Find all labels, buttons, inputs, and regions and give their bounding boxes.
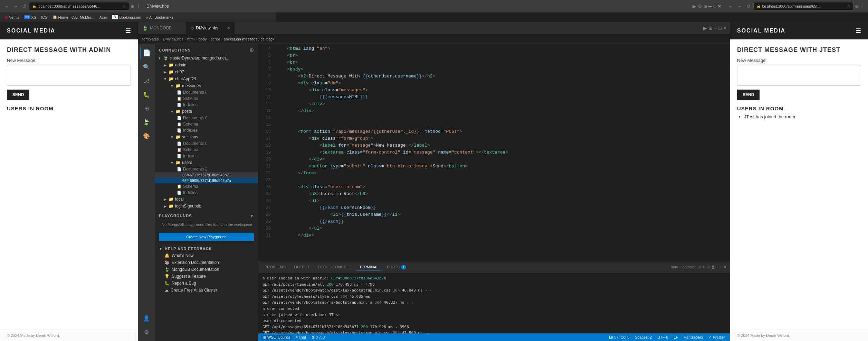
- status-branch[interactable]: ⊞ WSL: Ubuntu: [261, 335, 292, 340]
- user-doc-1[interactable]: 65f46711b737fd186d943b71: [155, 172, 258, 178]
- back-button[interactable]: ←: [3, 3, 10, 9]
- create-playground-btn[interactable]: Create New Playground: [159, 233, 254, 241]
- user-doc-2[interactable]: 65f46908b737fd186d943b7a: [155, 178, 258, 183]
- terminal-more-btn[interactable]: ⋯: [717, 264, 722, 270]
- db-ch07[interactable]: ▶ 📁 ch07: [155, 68, 258, 75]
- terminal-tab-output[interactable]: OUTPUT: [290, 264, 313, 270]
- posts-indexes[interactable]: 📑 Indexes: [155, 127, 258, 133]
- terminal-close-btn[interactable]: ✕: [723, 264, 727, 270]
- right-message-input[interactable]: [737, 65, 861, 86]
- activity-palette[interactable]: 🎨: [140, 130, 153, 142]
- left-send-button[interactable]: SEND: [7, 90, 29, 100]
- activity-settings[interactable]: ⚙: [140, 326, 153, 338]
- terminal-content[interactable]: a user logged in with userId: 65f46908b7…: [258, 273, 730, 333]
- messages-documents[interactable]: 📄 Documents 0: [155, 89, 258, 95]
- bookmark-home[interactable]: 🏠 Home | C.B. McMur...: [50, 14, 97, 20]
- minimize-btn[interactable]: ─: [708, 3, 712, 9]
- right-hamburger-menu[interactable]: ☰: [856, 27, 861, 35]
- status-line-ending[interactable]: LF: [671, 335, 680, 339]
- activity-mongodb[interactable]: 🍃: [140, 116, 153, 128]
- status-errors[interactable]: ⊗ 0 △ 0: [309, 335, 327, 340]
- vscode-run-btn[interactable]: ▶: [703, 25, 707, 31]
- activity-explorer[interactable]: 📄: [140, 47, 153, 59]
- tab-close-icon[interactable]: ✕: [227, 26, 230, 30]
- db-admin[interactable]: ▶ 📁 admin: [155, 62, 258, 68]
- bookmark-ics[interactable]: ICS: [39, 15, 49, 20]
- dmview-tab[interactable]: ◇ DMview.hbs ✕: [187, 22, 235, 34]
- users-documents[interactable]: 📄 Documents 2: [155, 166, 258, 172]
- sessions-documents[interactable]: 📄 Documents 0: [155, 140, 258, 147]
- right-send-button[interactable]: SEND: [737, 90, 760, 100]
- bookmark-netflix[interactable]: N Netflix: [3, 15, 21, 20]
- breadcrumb-dmview[interactable]: DMview.hbs: [163, 37, 183, 41]
- back-button-right[interactable]: ←: [727, 3, 735, 9]
- bookmark-all[interactable]: » All Bookmarks: [144, 15, 175, 20]
- posts-documents[interactable]: 📄 Documents 0: [155, 115, 258, 121]
- help-suggest-feature[interactable]: 💡 Suggest a Feature: [155, 273, 258, 280]
- bookmark-booking[interactable]: B. Booking.com: [110, 14, 143, 20]
- playgrounds-section-header[interactable]: PLAYGROUNDS ▼: [155, 210, 258, 219]
- forward-button-right[interactable]: →: [736, 3, 744, 9]
- posts-schema[interactable]: 📋 Schema: [155, 121, 258, 127]
- help-section-header[interactable]: ▼ HELP AND FEEDBACK: [155, 244, 258, 252]
- status-chat[interactable]: ≡ chat: [293, 335, 308, 339]
- terminal-add-btn[interactable]: +: [702, 264, 705, 270]
- extensions-btn[interactable]: ⊕: [131, 3, 135, 9]
- more-btn-right[interactable]: ⋮: [860, 3, 865, 9]
- reload-button[interactable]: ↺: [21, 3, 28, 9]
- collection-posts[interactable]: ▼ 📁 posts: [155, 108, 258, 115]
- collection-messages[interactable]: ▼ 📁 messages: [155, 82, 258, 89]
- terminal-tab-debug[interactable]: DEBUG CONSOLE: [314, 264, 354, 270]
- left-hamburger-menu[interactable]: ☰: [125, 27, 131, 35]
- terminal-tab-terminal[interactable]: TERMINAL: [356, 264, 382, 271]
- breadcrumb-body[interactable]: body: [199, 37, 207, 41]
- terminal-tab-problems[interactable]: PROBLEMS: [261, 264, 289, 270]
- db-loginsignupdb[interactable]: ▶ 📁 loginSignupdb: [155, 203, 258, 210]
- collection-users[interactable]: ▼ 📂 users: [155, 159, 258, 166]
- help-whats-new[interactable]: 🔔 What's New: [155, 252, 258, 259]
- left-message-input[interactable]: [7, 65, 131, 86]
- more-btn[interactable]: ⋮: [136, 3, 141, 9]
- status-spaces[interactable]: Spaces: 2: [633, 335, 654, 339]
- activity-extensions[interactable]: ⊞: [140, 102, 153, 114]
- activity-search[interactable]: 🔍: [140, 61, 153, 73]
- status-prettier[interactable]: ✓ Prettier: [706, 335, 727, 340]
- terminal-trash-btn[interactable]: 🗑: [711, 265, 715, 269]
- mongodb-tab[interactable]: 🍃 MONGODB ⋯: [138, 22, 187, 34]
- breadcrumb-script[interactable]: script: [211, 37, 220, 41]
- cluster-item[interactable]: ▼ 🍃 clusterDynuwarp.mongodb.net...: [155, 55, 258, 62]
- breadcrumb-templates[interactable]: templates: [142, 37, 159, 41]
- forward-button[interactable]: →: [12, 3, 19, 9]
- reload-button-right[interactable]: ↺: [745, 3, 752, 9]
- split-editor-btn[interactable]: ⊞: [704, 3, 707, 9]
- activity-account[interactable]: 👤: [140, 312, 153, 324]
- help-mongodb-docs[interactable]: 🍃 MongoDB Documentation: [155, 266, 258, 273]
- address-bar-left[interactable]: 🔒 localhost:3000/api/messages/65f46... ☆: [29, 2, 129, 10]
- activity-debug[interactable]: 🐛: [140, 88, 153, 101]
- add-connection-btn[interactable]: ⊕: [249, 47, 254, 53]
- close-window-btn[interactable]: ✕: [717, 3, 722, 9]
- help-create-atlas[interactable]: ☁ Create Free Atlas Cluster: [155, 287, 258, 294]
- status-language[interactable]: Handlebars: [681, 335, 705, 339]
- collection-sessions[interactable]: ▼ 📁 sessions: [155, 133, 258, 140]
- messages-schema[interactable]: 📋 Schema: [155, 95, 258, 102]
- help-report-bug[interactable]: 🐛 Report a Bug: [155, 280, 258, 287]
- sessions-schema[interactable]: 📋 Schema: [155, 147, 258, 153]
- run-icon[interactable]: ▶: [693, 3, 696, 9]
- terminal-split-btn[interactable]: ⊞: [706, 265, 710, 269]
- db-chatappdb[interactable]: ▼ 📂 chatAppDB: [155, 75, 258, 82]
- vscode-close-btn[interactable]: ✕: [723, 25, 727, 31]
- debug-icon[interactable]: ⚙: [698, 3, 702, 9]
- code-area[interactable]: 4 5 6 7 8 9 10 11 12 13 14 15 16: [258, 44, 730, 261]
- vscode-minimize-btn[interactable]: ─: [714, 25, 717, 31]
- breadcrumb-html[interactable]: html: [187, 37, 194, 41]
- db-local[interactable]: ▶ 📁 local: [155, 196, 258, 203]
- sessions-indexes[interactable]: 📑 Indexes: [155, 153, 258, 159]
- users-indexes[interactable]: 📑 Indexes: [155, 190, 258, 196]
- users-schema[interactable]: 📋 Schema: [155, 183, 258, 190]
- vscode-split-btn[interactable]: ⊞: [708, 25, 713, 31]
- bookmark-xs[interactable]: XS XS: [22, 15, 39, 20]
- terminal-tab-ports[interactable]: PORTS 1: [383, 264, 410, 270]
- messages-indexes[interactable]: 📑 Indexes: [155, 102, 258, 108]
- extensions-btn-right[interactable]: ⊕: [855, 3, 859, 9]
